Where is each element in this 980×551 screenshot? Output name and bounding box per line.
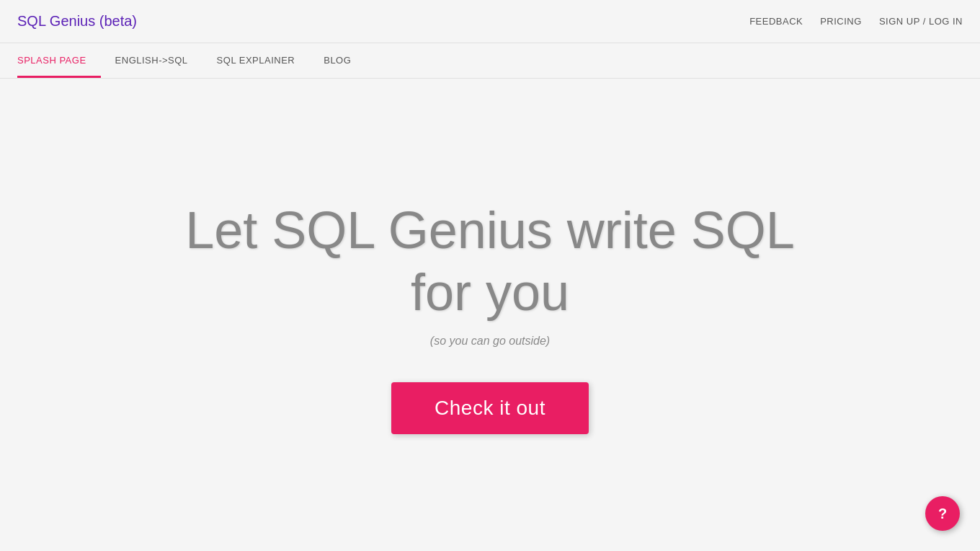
nav-feedback[interactable]: FEEDBACK	[749, 16, 803, 27]
site-logo[interactable]: SQL Genius (beta)	[17, 13, 137, 30]
tab-sql-explainer[interactable]: SQL EXPLAINER	[217, 43, 310, 78]
header: SQL Genius (beta) FEEDBACK PRICING SIGN …	[0, 0, 980, 43]
cta-button[interactable]: Check it out	[391, 382, 589, 434]
tab-splash-page[interactable]: SPLASH PAGE	[17, 43, 101, 78]
header-nav: FEEDBACK PRICING SIGN UP / LOG IN	[749, 16, 963, 27]
nav-pricing[interactable]: PRICING	[820, 16, 862, 27]
main-content: Let SQL Genius write SQL for you (so you…	[0, 79, 980, 526]
sub-nav: SPLASH PAGE ENGLISH->SQL SQL EXPLAINER B…	[0, 43, 980, 79]
hero-title: Let SQL Genius write SQL for you	[166, 199, 814, 324]
help-button[interactable]: ?	[925, 496, 960, 531]
hero-subtitle: (so you can go outside)	[430, 335, 550, 348]
help-icon: ?	[938, 506, 947, 522]
tab-english-sql[interactable]: ENGLISH->SQL	[115, 43, 202, 78]
tab-blog[interactable]: BLOG	[324, 43, 365, 78]
nav-signup-login[interactable]: SIGN UP / LOG IN	[879, 16, 963, 27]
